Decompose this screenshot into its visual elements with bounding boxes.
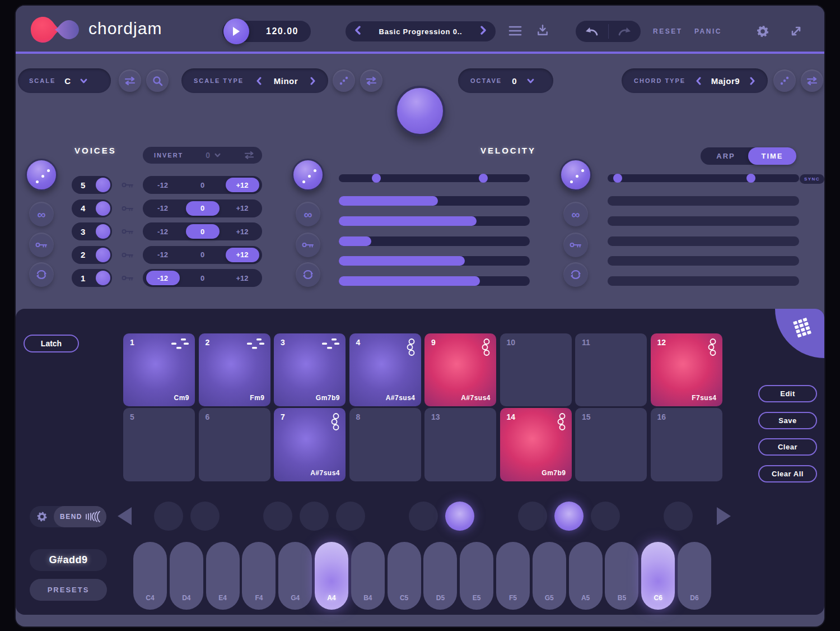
octave-option-+12[interactable]: +12 — [226, 222, 259, 240]
velocity-range-handle-low[interactable] — [372, 174, 381, 183]
pad-6[interactable]: 6 — [199, 408, 270, 481]
voice-1-octave-segment[interactable]: -120+12 — [143, 269, 262, 287]
octave-option-0[interactable]: 0 — [186, 224, 220, 239]
sync-badge[interactable]: SYNC — [800, 174, 824, 184]
invert-control[interactable]: INVERT 0 — [143, 147, 262, 164]
chord-type-random-button[interactable] — [773, 69, 796, 92]
octave-option--12[interactable]: -12 — [146, 199, 180, 217]
pad-3[interactable]: 3Gm7b9 — [274, 333, 346, 406]
voice-2-knob[interactable] — [96, 248, 110, 262]
pad-10[interactable]: 10 — [500, 333, 572, 406]
pad-14[interactable]: 14Gm7b9 — [500, 408, 572, 481]
scale-swap-button[interactable] — [119, 69, 141, 92]
pad-2[interactable]: 2Fm9 — [199, 333, 270, 406]
voice-2-octave-segment[interactable]: -120+12 — [143, 246, 262, 264]
black-key-A#5[interactable] — [591, 502, 620, 531]
grid-corner-button[interactable] — [775, 309, 824, 358]
pad-16[interactable]: 16 — [651, 408, 722, 481]
white-key-A4[interactable]: A4 — [315, 542, 348, 610]
white-key-E5[interactable]: E5 — [460, 542, 493, 610]
main-knob[interactable] — [395, 86, 445, 136]
time-range-handle-low[interactable] — [613, 174, 622, 183]
voices-loop-button[interactable] — [29, 262, 54, 287]
arp-tab[interactable]: ARP — [701, 147, 751, 165]
chevron-right-icon[interactable] — [310, 77, 316, 85]
preset-next-button[interactable] — [480, 26, 487, 37]
velocity-randomize-knob[interactable] — [292, 159, 324, 191]
octave-option-+12[interactable]: +12 — [226, 199, 259, 217]
undo-button[interactable] — [576, 21, 608, 42]
black-key-D#4[interactable] — [190, 502, 220, 531]
settings-button[interactable] — [756, 25, 769, 38]
pad-1[interactable]: 1Cm9 — [123, 333, 195, 406]
voice-4-toggle[interactable]: 4 — [72, 199, 112, 217]
octave-option-0[interactable]: 0 — [186, 201, 220, 216]
redo-button[interactable] — [609, 21, 641, 42]
octave-option-0[interactable]: 0 — [186, 246, 220, 264]
white-key-F4[interactable]: F4 — [242, 542, 276, 610]
time-slider-2[interactable] — [608, 256, 799, 266]
bend-button[interactable]: BEND — [54, 506, 106, 527]
velocity-slider-4[interactable] — [339, 216, 530, 226]
voice-2-toggle[interactable]: 2 — [72, 246, 112, 264]
black-key-G#4[interactable] — [300, 502, 329, 531]
time-slider-5[interactable] — [608, 196, 799, 206]
keyboard-scroll-left-button[interactable] — [118, 507, 132, 525]
chord-type-swap-button[interactable] — [801, 69, 823, 92]
voices-lock-button[interactable] — [29, 233, 54, 257]
octave-select[interactable]: OCTAVE 0 — [458, 68, 553, 93]
velocity-slider-2[interactable] — [339, 256, 530, 266]
voice-4-octave-segment[interactable]: -120+12 — [143, 199, 262, 217]
latch-button[interactable]: Latch — [24, 335, 79, 352]
voice-5-octave-segment[interactable]: -120+12 — [143, 176, 262, 194]
white-key-D5[interactable]: D5 — [423, 542, 457, 610]
black-key-C#5[interactable] — [409, 502, 438, 531]
edit-button[interactable]: Edit — [758, 385, 817, 402]
octave-option--12[interactable]: -12 — [146, 271, 180, 285]
voice-3-knob[interactable] — [96, 224, 110, 239]
menu-button[interactable] — [508, 25, 522, 37]
pad-8[interactable]: 8 — [349, 408, 421, 481]
chevron-right-icon[interactable] — [750, 77, 755, 85]
scale-type-value[interactable]: Minor — [274, 76, 298, 86]
velocity-range-handle-high[interactable] — [479, 174, 488, 183]
reset-button[interactable]: RESET — [653, 27, 683, 35]
white-key-B5[interactable]: B5 — [605, 542, 638, 610]
time-randomize-knob[interactable] — [559, 159, 592, 191]
keyboard-scroll-right-button[interactable] — [717, 507, 731, 525]
octave-option--12[interactable]: -12 — [146, 246, 180, 264]
time-lock-button[interactable] — [563, 233, 588, 257]
white-key-F5[interactable]: F5 — [496, 542, 530, 610]
time-range-slider[interactable] — [608, 174, 799, 182]
pad-12[interactable]: 12F7sus4 — [651, 333, 722, 406]
voices-infinity-button[interactable]: ∞ — [29, 202, 54, 226]
voice-4-knob[interactable] — [96, 201, 110, 216]
time-slider-4[interactable] — [608, 216, 799, 226]
black-key-D#5[interactable] — [445, 502, 474, 531]
time-slider-3[interactable] — [608, 236, 799, 246]
octave-option-+12[interactable]: +12 — [226, 248, 259, 262]
pad-4[interactable]: 4A#7sus4 — [349, 333, 421, 406]
resize-button[interactable] — [790, 25, 803, 38]
velocity-loop-button[interactable] — [296, 262, 320, 287]
octave-option-+12[interactable]: +12 — [226, 178, 259, 192]
time-infinity-button[interactable]: ∞ — [563, 202, 588, 226]
preset-prev-button[interactable] — [354, 26, 361, 37]
pad-9[interactable]: 9A#7sus4 — [424, 333, 496, 406]
velocity-slider-5[interactable] — [339, 196, 530, 206]
pad-11[interactable]: 11 — [575, 333, 647, 406]
clear-button[interactable]: Clear — [758, 438, 817, 456]
voice-3-toggle[interactable]: 3 — [72, 222, 112, 240]
chord-type-value[interactable]: Major9 — [711, 76, 740, 86]
white-key-B4[interactable]: B4 — [351, 542, 385, 610]
scale-type-random-button[interactable] — [333, 69, 355, 92]
preset-name[interactable]: Basic Progression 0.. — [379, 27, 462, 36]
scale-type-swap-button[interactable] — [360, 69, 382, 92]
pad-13[interactable]: 13 — [424, 408, 496, 481]
white-key-G5[interactable]: G5 — [533, 542, 566, 610]
black-key-F#4[interactable] — [263, 502, 292, 531]
black-key-A#4[interactable] — [336, 502, 365, 531]
voice-5-toggle[interactable]: 5 — [72, 176, 112, 194]
white-key-C6[interactable]: C6 — [641, 542, 675, 610]
white-key-E4[interactable]: E4 — [206, 542, 240, 610]
